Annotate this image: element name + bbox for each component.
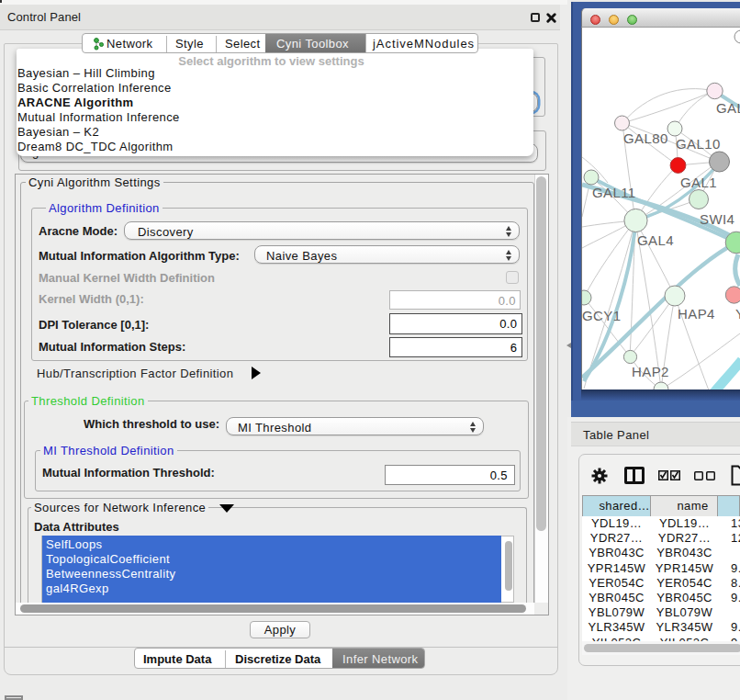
svg-text:GAL4: GAL4 — [637, 232, 674, 248]
svg-text:SWI4: SWI4 — [700, 211, 734, 227]
svg-text:GCY1: GCY1 — [582, 308, 621, 323]
svg-text:GAL7: GAL7 — [716, 100, 740, 116]
svg-text:GAL10: GAL10 — [676, 136, 721, 152]
svg-text:HAP4: HAP4 — [678, 306, 715, 322]
svg-text:HAP2: HAP2 — [632, 364, 669, 379]
svg-text:GAL80: GAL80 — [623, 130, 668, 146]
svg-text:GAL1: GAL1 — [680, 175, 717, 190]
svg-text:YM: YM — [735, 306, 740, 322]
svg-text:GAL11: GAL11 — [592, 185, 636, 200]
